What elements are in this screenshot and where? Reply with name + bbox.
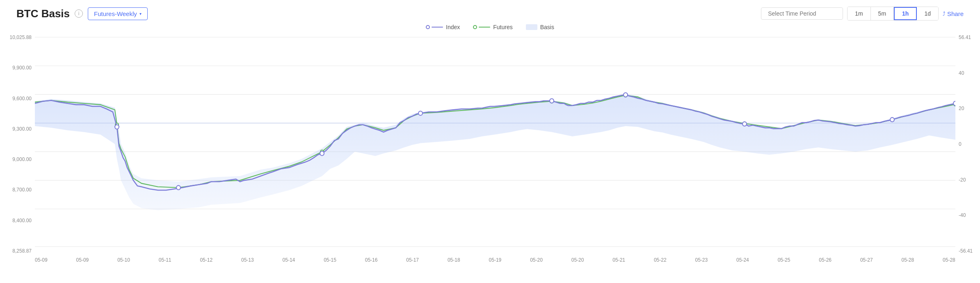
basis-legend-area bbox=[526, 24, 537, 30]
y-right-label-0: 56.41 bbox=[959, 35, 977, 40]
share-label: Share bbox=[947, 10, 964, 17]
legend-futures: Futures bbox=[473, 24, 512, 30]
index-dot bbox=[890, 117, 894, 122]
legend-index: Index bbox=[426, 24, 460, 30]
index-legend-label: Index bbox=[446, 24, 460, 30]
basis-legend-label: Basis bbox=[540, 24, 554, 30]
x-label-17: 05-24 bbox=[736, 257, 749, 263]
futures-legend-dot bbox=[473, 25, 477, 29]
y-right-label-1: 40 bbox=[959, 70, 977, 76]
index-dot bbox=[550, 99, 554, 103]
legend-row: Index Futures Basis bbox=[0, 24, 980, 30]
x-label-11: 05-19 bbox=[489, 257, 502, 263]
x-label-14: 05-21 bbox=[612, 257, 625, 263]
x-label-3: 05-11 bbox=[159, 257, 171, 263]
time-buttons-group: 1m 5m 1h 1d bbox=[847, 7, 939, 21]
chevron-down-icon: ▾ bbox=[139, 12, 142, 16]
x-label-22: 05-28 bbox=[943, 257, 955, 263]
share-button[interactable]: ⤴ Share bbox=[943, 10, 964, 17]
index-dot bbox=[624, 93, 628, 97]
time-period-input[interactable] bbox=[761, 7, 843, 20]
y-axis-left: 10,025.88 9,900.00 9,600.00 9,300.00 9,0… bbox=[0, 33, 35, 263]
x-label-18: 05-25 bbox=[778, 257, 790, 263]
y-right-label-4: -20 bbox=[959, 177, 977, 183]
header-left: BTC Basis i Futures-Weekly ▾ bbox=[16, 7, 148, 20]
x-label-5: 05-13 bbox=[241, 257, 254, 263]
x-label-16: 05-23 bbox=[695, 257, 708, 263]
x-label-10: 05-18 bbox=[448, 257, 460, 263]
x-label-0: 05-09 bbox=[35, 257, 48, 263]
y-left-label-5: 8,700.00 bbox=[3, 187, 32, 193]
futures-legend-label: Futures bbox=[493, 24, 512, 30]
header-right: 1m 5m 1h 1d ⤴ Share bbox=[761, 7, 964, 21]
x-label-13: 05-20 bbox=[571, 257, 584, 263]
y-left-label-3: 9,300.00 bbox=[3, 126, 32, 132]
x-label-19: 05-26 bbox=[819, 257, 832, 263]
x-label-20: 05-27 bbox=[860, 257, 873, 263]
index-legend-line bbox=[432, 27, 443, 28]
x-label-2: 05-10 bbox=[117, 257, 130, 263]
y-left-label-7: 8,258.87 bbox=[3, 248, 32, 254]
futures-legend-line bbox=[479, 27, 490, 28]
y-right-label-3: 0 bbox=[959, 141, 977, 147]
x-label-8: 05-16 bbox=[365, 257, 378, 263]
index-legend-dot bbox=[426, 25, 430, 29]
chart-svg bbox=[35, 33, 955, 263]
y-left-label-4: 9,000.00 bbox=[3, 156, 32, 162]
y-right-label-5: -40 bbox=[959, 212, 977, 218]
futures-dropdown[interactable]: Futures-Weekly ▾ bbox=[88, 7, 148, 20]
y-left-label-6: 8,400.00 bbox=[3, 218, 32, 223]
x-label-1: 05-09 bbox=[76, 257, 89, 263]
x-axis: 05-09 05-09 05-10 05-11 05-12 05-13 05-1… bbox=[35, 254, 955, 263]
basis-area bbox=[35, 94, 955, 210]
time-btn-1m[interactable]: 1m bbox=[848, 7, 870, 20]
y-left-label-1: 9,900.00 bbox=[3, 65, 32, 71]
index-dot bbox=[953, 101, 955, 106]
index-dot bbox=[320, 151, 324, 155]
y-right-label-6: -56.41 bbox=[959, 248, 977, 254]
x-label-12: 05-20 bbox=[530, 257, 543, 263]
y-right-label-2: 20 bbox=[959, 106, 977, 111]
time-btn-1h[interactable]: 1h bbox=[894, 7, 917, 20]
chart-container: BTC Basis i Futures-Weekly ▾ 1m 5m 1h 1d… bbox=[0, 0, 980, 283]
index-dot bbox=[176, 186, 180, 190]
x-label-21: 05-28 bbox=[901, 257, 914, 263]
info-icon[interactable]: i bbox=[75, 9, 83, 18]
dropdown-label: Futures-Weekly bbox=[94, 10, 137, 17]
x-label-7: 05-15 bbox=[324, 257, 336, 263]
chart-area: 10,025.88 9,900.00 9,600.00 9,300.00 9,0… bbox=[0, 33, 980, 263]
index-dot bbox=[115, 125, 119, 129]
time-btn-1d[interactable]: 1d bbox=[917, 7, 938, 20]
header-row: BTC Basis i Futures-Weekly ▾ 1m 5m 1h 1d… bbox=[0, 7, 980, 21]
x-label-15: 05-22 bbox=[654, 257, 667, 263]
legend-basis: Basis bbox=[526, 24, 554, 30]
share-icon: ⤴ bbox=[943, 11, 946, 17]
x-label-6: 05-14 bbox=[283, 257, 295, 263]
chart-title: BTC Basis bbox=[16, 7, 70, 20]
chart-inner bbox=[35, 33, 955, 263]
index-dot bbox=[742, 122, 747, 126]
index-dot bbox=[418, 111, 423, 115]
y-left-label-0: 10,025.88 bbox=[3, 35, 32, 40]
x-label-9: 05-17 bbox=[406, 257, 419, 263]
x-label-4: 05-12 bbox=[200, 257, 212, 263]
y-axis-right: 56.41 40 20 0 -20 -40 -56.41 bbox=[955, 33, 980, 263]
time-btn-5m[interactable]: 5m bbox=[871, 7, 894, 20]
y-left-label-2: 9,600.00 bbox=[3, 96, 32, 101]
